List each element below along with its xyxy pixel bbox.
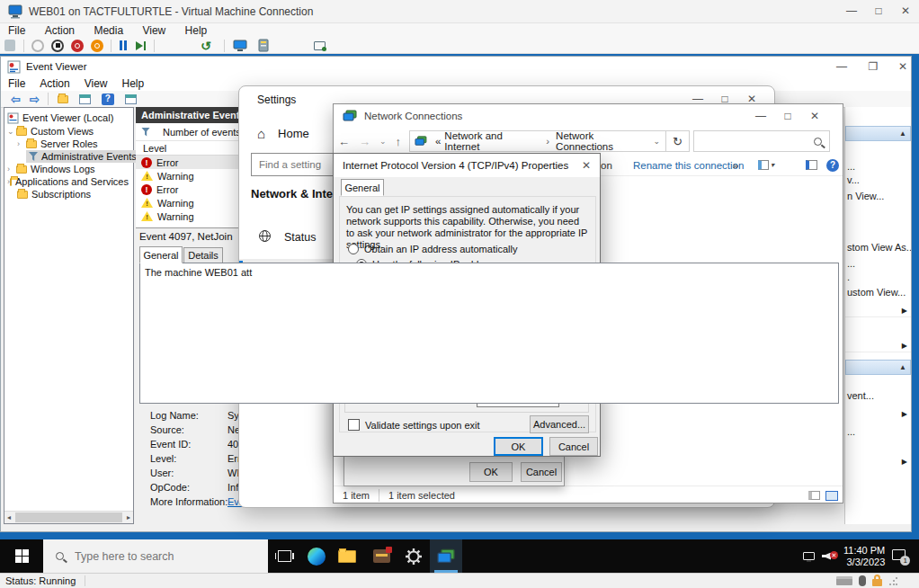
volume-muted-icon[interactable]: ✕ bbox=[822, 550, 836, 563]
tab-general[interactable]: General bbox=[341, 179, 384, 196]
pause-icon[interactable] bbox=[120, 40, 127, 50]
scroll-right-icon[interactable]: ▸ bbox=[124, 513, 133, 521]
clipboard-icon[interactable] bbox=[4, 40, 15, 51]
command-fragment[interactable]: on bbox=[601, 160, 612, 171]
vm-menu-view[interactable]: View bbox=[134, 23, 174, 38]
search-box[interactable] bbox=[693, 130, 830, 152]
scroll-left-icon[interactable]: ◂ bbox=[4, 513, 13, 521]
resize-grip[interactable] bbox=[888, 576, 897, 585]
shut-down-icon[interactable] bbox=[71, 40, 84, 52]
action-item[interactable]: ustom View... bbox=[845, 286, 911, 298]
up-icon[interactable]: ↑ bbox=[396, 135, 402, 148]
ipv4-ok-button[interactable]: OK bbox=[494, 437, 543, 456]
more-commands-chevron[interactable]: » bbox=[733, 160, 738, 171]
action-item-submenu[interactable]: ▶ bbox=[845, 305, 911, 317]
help-icon[interactable]: ? bbox=[102, 94, 114, 105]
settings-home[interactable]: ⌂ Home bbox=[257, 126, 309, 141]
tree-item-custom-views[interactable]: ⌄ Custom Views bbox=[7, 125, 94, 138]
ipv4-close-button[interactable]: ✕ bbox=[573, 154, 600, 177]
tree-item-server-roles[interactable]: › Server Roles bbox=[17, 138, 98, 150]
start-button[interactable] bbox=[0, 539, 43, 573]
refresh-button[interactable]: ↻ bbox=[666, 130, 690, 152]
preview-pane-icon[interactable] bbox=[806, 160, 817, 170]
breadcrumb-overflow[interactable]: « bbox=[435, 136, 441, 147]
enhanced-session-icon[interactable] bbox=[233, 40, 247, 52]
tree-item-root[interactable]: Event Viewer (Local) bbox=[7, 111, 113, 124]
recent-pages-chevron-icon[interactable]: ⌄ bbox=[379, 137, 387, 146]
scrollbar-thumb[interactable] bbox=[15, 512, 122, 522]
collapsed-chevron-icon[interactable]: › bbox=[7, 165, 16, 174]
ipv4-cancel-button[interactable]: Cancel bbox=[549, 437, 598, 456]
breadcrumb-item[interactable]: Network Connections bbox=[556, 130, 653, 152]
action-item[interactable]: vent... bbox=[845, 389, 911, 402]
actions-section-header[interactable]: ▲ bbox=[845, 126, 911, 141]
action-item[interactable]: stom View As... bbox=[845, 241, 911, 254]
checkpoint-icon[interactable] bbox=[314, 41, 326, 50]
ev-menu-view[interactable]: View bbox=[77, 76, 115, 91]
action-item[interactable]: ... bbox=[845, 425, 911, 438]
address-dropdown-icon[interactable]: ⌄ bbox=[654, 137, 661, 146]
action-item-submenu[interactable]: ▶ bbox=[845, 407, 911, 420]
notification-center-button[interactable]: 1 bbox=[892, 549, 910, 564]
vm-maximize-button[interactable]: □ bbox=[865, 0, 892, 22]
ev-close-button[interactable]: ✕ bbox=[889, 57, 916, 76]
ethernet-ok-button[interactable]: OK bbox=[469, 462, 513, 482]
ethernet-cancel-button[interactable]: Cancel bbox=[521, 462, 562, 482]
action-item[interactable]: n View... bbox=[845, 190, 911, 202]
expanded-chevron-icon[interactable]: ⌄ bbox=[7, 127, 16, 136]
large-icons-view-icon[interactable] bbox=[825, 491, 838, 501]
back-icon[interactable]: ← bbox=[338, 135, 350, 148]
action-item[interactable]: . bbox=[845, 271, 911, 283]
tab-details[interactable]: Details bbox=[183, 247, 223, 263]
save-state-icon[interactable] bbox=[91, 40, 103, 52]
breadcrumb[interactable]: « Network and Internet › Network Connect… bbox=[409, 130, 666, 152]
ev-menu-action[interactable]: Action bbox=[32, 76, 76, 91]
task-view-button[interactable] bbox=[268, 539, 300, 573]
show-console-tree-icon[interactable] bbox=[79, 94, 91, 104]
tree-horizontal-scrollbar[interactable]: ◂ ▸ bbox=[4, 511, 133, 523]
server-icon[interactable] bbox=[258, 39, 269, 52]
help-icon[interactable]: ? bbox=[826, 159, 839, 172]
active-window-button[interactable] bbox=[430, 539, 462, 573]
back-icon[interactable]: ⇦ bbox=[11, 93, 21, 106]
actions-section-header[interactable]: ▲ bbox=[845, 360, 911, 375]
breadcrumb-item[interactable]: Network and Internet bbox=[444, 130, 540, 152]
collapse-icon[interactable]: ▲ bbox=[899, 129, 906, 138]
collapse-icon[interactable]: ▲ bbox=[899, 363, 906, 371]
edge-button[interactable] bbox=[300, 539, 333, 573]
ev-menu-help[interactable]: Help bbox=[115, 76, 152, 91]
action-item[interactable]: ... bbox=[845, 160, 911, 173]
netconn-maximize-button[interactable]: □ bbox=[774, 105, 801, 127]
resume-icon[interactable] bbox=[136, 41, 146, 50]
details-view-icon[interactable] bbox=[808, 491, 820, 500]
open-log-folder-icon[interactable] bbox=[58, 95, 68, 103]
validate-checkbox[interactable]: Validate settings upon exit bbox=[348, 419, 480, 431]
revert-icon[interactable]: ↺ bbox=[201, 39, 211, 53]
settings-button[interactable] bbox=[397, 539, 430, 573]
ev-menu-file[interactable]: File bbox=[1, 76, 32, 91]
turn-off-icon[interactable] bbox=[51, 40, 64, 52]
show-action-pane-icon[interactable] bbox=[125, 94, 137, 104]
ev-restore-button[interactable]: ❐ bbox=[860, 57, 887, 76]
tab-general[interactable]: General bbox=[139, 246, 183, 263]
clock[interactable]: 11:40 PM 3/3/2023 bbox=[843, 545, 885, 568]
radio-obtain-ip[interactable]: Obtain an IP address automatically bbox=[348, 244, 517, 254]
collapsed-chevron-icon[interactable]: › bbox=[17, 139, 26, 148]
vm-minimize-button[interactable]: — bbox=[838, 0, 865, 22]
action-item[interactable]: v... bbox=[845, 174, 911, 186]
tree-item-subscriptions[interactable]: Subscriptions bbox=[17, 188, 91, 200]
tree-item-applications-logs[interactable]: › Applications and Services Lo bbox=[7, 175, 131, 188]
network-tray-icon[interactable] bbox=[803, 552, 815, 560]
view-selector-icon[interactable]: ▾ bbox=[758, 160, 774, 170]
vm-menu-action[interactable]: Action bbox=[37, 23, 83, 38]
ev-minimize-button[interactable]: — bbox=[828, 57, 855, 76]
forward-icon[interactable]: ⇨ bbox=[30, 93, 40, 106]
action-item-submenu[interactable]: ▶ bbox=[845, 340, 911, 352]
taskbar-search[interactable] bbox=[43, 539, 268, 573]
advanced-button[interactable]: Advanced... bbox=[530, 415, 589, 433]
tree-item-windows-logs[interactable]: › Windows Logs bbox=[7, 163, 95, 175]
file-explorer-button[interactable] bbox=[333, 539, 365, 573]
server-manager-button[interactable] bbox=[365, 539, 397, 573]
tree-item-administrative-events[interactable]: Administrative Events bbox=[26, 150, 139, 163]
action-item-submenu[interactable]: ▶ bbox=[845, 455, 911, 468]
